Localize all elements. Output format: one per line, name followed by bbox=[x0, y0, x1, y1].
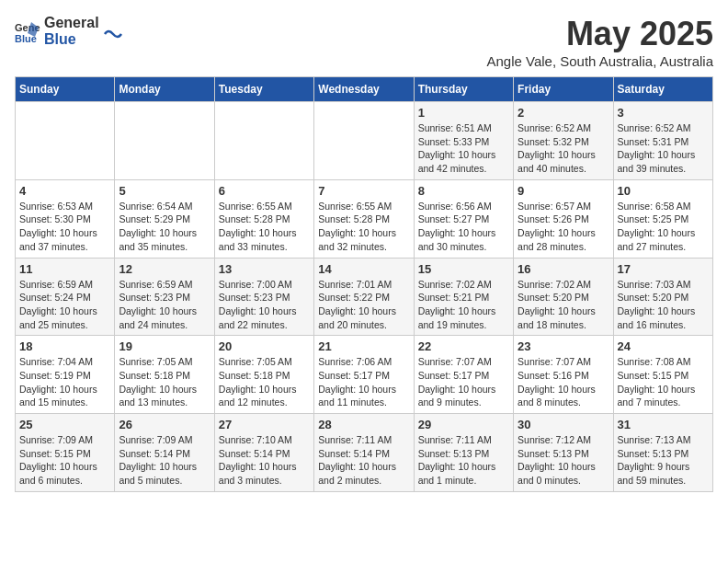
calendar-cell: 19Sunrise: 7:05 AM Sunset: 5:18 PM Dayli… bbox=[115, 336, 214, 414]
header-day: Tuesday bbox=[214, 77, 313, 102]
day-number: 5 bbox=[119, 184, 210, 198]
day-info: Sunrise: 6:55 AM Sunset: 5:28 PM Dayligh… bbox=[219, 200, 310, 254]
day-number: 29 bbox=[418, 418, 509, 431]
calendar-cell: 10Sunrise: 6:58 AM Sunset: 5:25 PM Dayli… bbox=[613, 179, 712, 258]
calendar-cell: 14Sunrise: 7:01 AM Sunset: 5:22 PM Dayli… bbox=[314, 258, 414, 336]
day-info: Sunrise: 6:59 AM Sunset: 5:24 PM Dayligh… bbox=[19, 278, 110, 332]
calendar-cell: 9Sunrise: 6:57 AM Sunset: 5:26 PM Daylig… bbox=[514, 179, 613, 258]
day-number: 31 bbox=[618, 418, 709, 431]
day-info: Sunrise: 6:52 AM Sunset: 5:31 PM Dayligh… bbox=[618, 121, 709, 176]
calendar-cell: 22Sunrise: 7:07 AM Sunset: 5:17 PM Dayli… bbox=[414, 336, 513, 414]
calendar-week-row: 4Sunrise: 6:53 AM Sunset: 5:30 PM Daylig… bbox=[16, 179, 713, 258]
header: General Blue General Blue May 2025 Angle… bbox=[15, 15, 713, 69]
day-number: 26 bbox=[119, 418, 210, 431]
day-info: Sunrise: 6:54 AM Sunset: 5:29 PM Dayligh… bbox=[119, 200, 210, 254]
header-day: Monday bbox=[115, 77, 214, 102]
day-number: 2 bbox=[518, 106, 609, 120]
header-row: SundayMondayTuesdayWednesdayThursdayFrid… bbox=[16, 77, 713, 102]
calendar-cell: 30Sunrise: 7:12 AM Sunset: 5:13 PM Dayli… bbox=[514, 414, 613, 492]
day-number: 25 bbox=[19, 418, 110, 431]
day-number: 9 bbox=[518, 184, 609, 198]
calendar-cell: 18Sunrise: 7:04 AM Sunset: 5:19 PM Dayli… bbox=[16, 336, 115, 414]
calendar-cell: 20Sunrise: 7:05 AM Sunset: 5:18 PM Dayli… bbox=[214, 336, 313, 414]
header-day: Thursday bbox=[414, 77, 513, 102]
calendar-cell bbox=[16, 102, 115, 180]
calendar-cell: 29Sunrise: 7:11 AM Sunset: 5:13 PM Dayli… bbox=[414, 414, 513, 492]
day-number: 14 bbox=[318, 262, 409, 276]
day-info: Sunrise: 7:06 AM Sunset: 5:17 PM Dayligh… bbox=[318, 355, 409, 409]
calendar-cell bbox=[115, 102, 214, 180]
day-number: 21 bbox=[318, 339, 409, 353]
day-number: 1 bbox=[418, 106, 509, 120]
day-info: Sunrise: 7:05 AM Sunset: 5:18 PM Dayligh… bbox=[119, 355, 210, 409]
title-area: May 2025 Angle Vale, South Australia, Au… bbox=[486, 15, 713, 69]
calendar-cell: 27Sunrise: 7:10 AM Sunset: 5:14 PM Dayli… bbox=[214, 414, 313, 492]
calendar-cell: 6Sunrise: 6:55 AM Sunset: 5:28 PM Daylig… bbox=[214, 179, 313, 258]
header-day: Wednesday bbox=[314, 77, 414, 102]
day-info: Sunrise: 7:05 AM Sunset: 5:18 PM Dayligh… bbox=[219, 355, 310, 409]
day-info: Sunrise: 6:57 AM Sunset: 5:26 PM Dayligh… bbox=[518, 200, 609, 254]
day-number: 13 bbox=[219, 262, 310, 276]
day-info: Sunrise: 7:00 AM Sunset: 5:23 PM Dayligh… bbox=[219, 278, 310, 332]
day-number: 8 bbox=[418, 184, 509, 198]
calendar-cell: 1Sunrise: 6:51 AM Sunset: 5:33 PM Daylig… bbox=[414, 102, 513, 180]
day-number: 6 bbox=[219, 184, 310, 198]
day-number: 22 bbox=[418, 339, 509, 353]
day-info: Sunrise: 7:03 AM Sunset: 5:20 PM Dayligh… bbox=[618, 278, 709, 332]
day-info: Sunrise: 6:59 AM Sunset: 5:23 PM Dayligh… bbox=[119, 278, 210, 332]
calendar-cell: 2Sunrise: 6:52 AM Sunset: 5:32 PM Daylig… bbox=[514, 102, 613, 180]
calendar-cell: 5Sunrise: 6:54 AM Sunset: 5:29 PM Daylig… bbox=[115, 179, 214, 258]
day-info: Sunrise: 7:12 AM Sunset: 5:13 PM Dayligh… bbox=[518, 433, 609, 488]
day-info: Sunrise: 7:11 AM Sunset: 5:13 PM Dayligh… bbox=[418, 433, 509, 488]
calendar-cell: 26Sunrise: 7:09 AM Sunset: 5:14 PM Dayli… bbox=[115, 414, 214, 492]
day-number: 10 bbox=[618, 184, 709, 198]
calendar-week-row: 11Sunrise: 6:59 AM Sunset: 5:24 PM Dayli… bbox=[16, 258, 713, 336]
logo-general-text: General bbox=[44, 15, 99, 31]
day-number: 12 bbox=[119, 262, 210, 276]
location-title: Angle Vale, South Australia, Australia bbox=[486, 53, 713, 69]
logo-icon: General Blue bbox=[15, 18, 40, 44]
day-info: Sunrise: 6:55 AM Sunset: 5:28 PM Dayligh… bbox=[318, 200, 409, 254]
day-info: Sunrise: 6:51 AM Sunset: 5:33 PM Dayligh… bbox=[418, 121, 509, 176]
logo: General Blue General Blue bbox=[15, 15, 123, 47]
day-number: 27 bbox=[219, 418, 310, 431]
logo-wave-icon bbox=[103, 21, 123, 41]
calendar-cell: 11Sunrise: 6:59 AM Sunset: 5:24 PM Dayli… bbox=[16, 258, 115, 336]
header-day: Friday bbox=[514, 77, 613, 102]
calendar-cell: 31Sunrise: 7:13 AM Sunset: 5:13 PM Dayli… bbox=[613, 414, 712, 492]
day-info: Sunrise: 7:09 AM Sunset: 5:14 PM Dayligh… bbox=[119, 433, 210, 488]
calendar-table: SundayMondayTuesdayWednesdayThursdayFrid… bbox=[15, 76, 713, 492]
calendar-cell: 16Sunrise: 7:02 AM Sunset: 5:20 PM Dayli… bbox=[514, 258, 613, 336]
day-info: Sunrise: 7:07 AM Sunset: 5:16 PM Dayligh… bbox=[518, 355, 609, 409]
month-title: May 2025 bbox=[486, 15, 713, 53]
day-number: 16 bbox=[518, 262, 609, 276]
calendar-cell: 24Sunrise: 7:08 AM Sunset: 5:15 PM Dayli… bbox=[613, 336, 712, 414]
calendar-cell: 15Sunrise: 7:02 AM Sunset: 5:21 PM Dayli… bbox=[414, 258, 513, 336]
calendar-cell: 4Sunrise: 6:53 AM Sunset: 5:30 PM Daylig… bbox=[16, 179, 115, 258]
day-info: Sunrise: 7:08 AM Sunset: 5:15 PM Dayligh… bbox=[618, 355, 709, 409]
day-number: 7 bbox=[318, 184, 409, 198]
day-number: 24 bbox=[618, 339, 709, 353]
calendar-cell: 28Sunrise: 7:11 AM Sunset: 5:14 PM Dayli… bbox=[314, 414, 414, 492]
day-number: 3 bbox=[618, 106, 709, 120]
day-info: Sunrise: 7:02 AM Sunset: 5:20 PM Dayligh… bbox=[518, 278, 609, 332]
day-info: Sunrise: 7:13 AM Sunset: 5:13 PM Dayligh… bbox=[618, 433, 709, 488]
day-info: Sunrise: 7:09 AM Sunset: 5:15 PM Dayligh… bbox=[19, 433, 110, 488]
calendar-cell bbox=[314, 102, 414, 180]
calendar-cell: 17Sunrise: 7:03 AM Sunset: 5:20 PM Dayli… bbox=[613, 258, 712, 336]
day-info: Sunrise: 7:02 AM Sunset: 5:21 PM Dayligh… bbox=[418, 278, 509, 332]
day-info: Sunrise: 7:11 AM Sunset: 5:14 PM Dayligh… bbox=[318, 433, 409, 488]
day-info: Sunrise: 6:56 AM Sunset: 5:27 PM Dayligh… bbox=[418, 200, 509, 254]
day-number: 4 bbox=[19, 184, 110, 198]
day-info: Sunrise: 6:52 AM Sunset: 5:32 PM Dayligh… bbox=[518, 121, 609, 176]
logo-blue-text: Blue bbox=[44, 31, 99, 48]
day-info: Sunrise: 6:58 AM Sunset: 5:25 PM Dayligh… bbox=[618, 200, 709, 254]
calendar-cell: 8Sunrise: 6:56 AM Sunset: 5:27 PM Daylig… bbox=[414, 179, 513, 258]
day-info: Sunrise: 7:07 AM Sunset: 5:17 PM Dayligh… bbox=[418, 355, 509, 409]
header-day: Saturday bbox=[613, 77, 712, 102]
day-number: 28 bbox=[318, 418, 409, 431]
calendar-body: 1Sunrise: 6:51 AM Sunset: 5:33 PM Daylig… bbox=[16, 102, 713, 492]
day-number: 30 bbox=[518, 418, 609, 431]
calendar-cell: 12Sunrise: 6:59 AM Sunset: 5:23 PM Dayli… bbox=[115, 258, 214, 336]
header-day: Sunday bbox=[16, 77, 115, 102]
